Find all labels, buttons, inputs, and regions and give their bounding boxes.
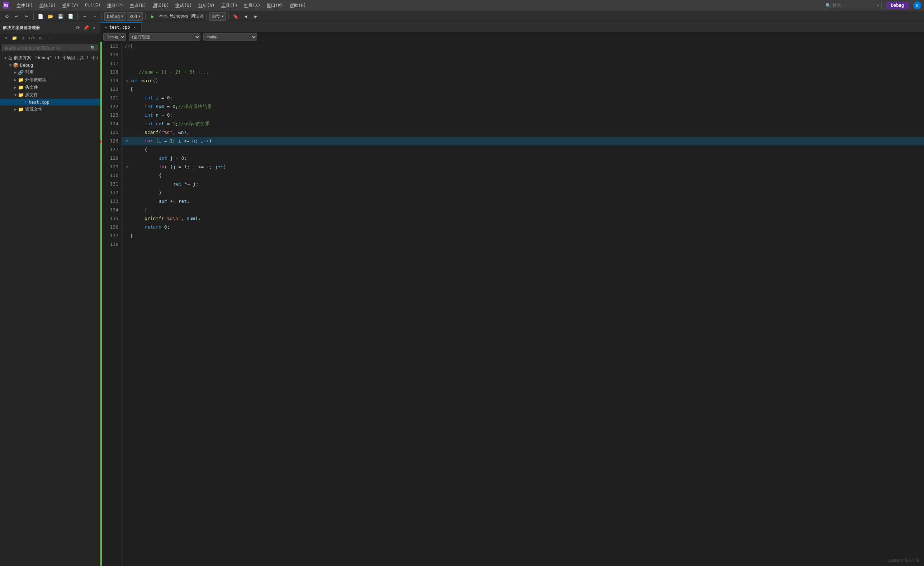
sidebar: 解决方案资源管理器 ⟳ 📌 ✕ ⊕ 📁 ↺ </> ⚙ ⋯ 🔍 ▼ 🗂 [0,22,100,566]
resource-files-label: 资源文件 [25,106,42,112]
vs-logo: VS [3,2,9,9]
tree-resource-files[interactable]: ▶ 📁 资源文件 [0,105,100,113]
menu-analyze[interactable]: 分析(N) [195,2,218,10]
sync-icon[interactable]: ⟳ [75,24,81,31]
code-126-for: for [144,137,153,145]
sidebar-search-box[interactable]: 🔍 [2,45,98,51]
tree-header-files[interactable]: ▶ 📁 头文件 [0,84,100,91]
menu-extensions[interactable]: 扩展(X) [241,2,264,10]
menu-view[interactable]: 视图(V) [59,2,81,10]
platform-dropdown[interactable]: x64 ▼ [127,12,143,21]
menu-help[interactable]: 帮助(H) [287,2,309,10]
fold-129-icon[interactable]: ⊟ [124,164,129,169]
settings-btn[interactable]: ⚙ [37,35,44,42]
code-135-sum: sum [186,214,195,223]
line-num-138: 138 [105,240,118,249]
code-line-117 [122,59,924,68]
line-num-120: 120 [105,85,118,94]
code-123-n: n [156,111,159,119]
prev-btn[interactable]: ◀ [241,12,250,21]
refresh-btn[interactable]: ↺ [20,35,27,42]
fold-126-icon[interactable]: ⊟ [124,138,129,143]
code-133-sum: sum [159,197,167,206]
resource-files-icon: 📁 [18,107,24,112]
tree-project[interactable]: ▼ 📦 Debug [0,62,100,69]
pin-icon[interactable]: 📌 [83,24,89,31]
menu-tools[interactable]: 工具(T) [218,2,241,10]
close-icon[interactable]: ✕ [91,24,97,31]
search-input[interactable] [832,3,876,8]
code-line-121: int i = 0 ; [122,94,924,102]
search-icon: 🔍 [825,3,831,8]
bookmark-btn[interactable]: 🔖 [231,12,240,21]
code-134-brace: } [144,206,147,214]
auto-dropdown[interactable]: 自动 ▼ [209,12,226,21]
menu-git[interactable]: Git(G) [82,2,103,10]
open-btn[interactable]: 📂 [46,12,55,21]
line-num-129: 129 [105,163,118,171]
line-numbers: 115 116 117 118 119 120 121 122 123 124 … [102,42,122,566]
line-num-130: 130 [105,171,118,180]
tab-bar: + test.cpp ✕ [100,22,924,32]
save-all-btn[interactable]: 📑 [66,12,75,21]
tab-close-btn[interactable]: ✕ [132,25,137,30]
redo2-btn[interactable]: ↷ [90,12,99,21]
code-124-ret: ret [156,119,164,128]
avatar[interactable]: U [913,2,921,9]
sidebar-search-input[interactable] [4,46,90,50]
tree-source-files[interactable]: ▼ 📁 源文件 [0,91,100,99]
line-num-132: 132 [105,188,118,197]
resource-files-arrow-icon: ▶ [13,107,18,111]
tree-external-deps[interactable]: ▶ 📁 外部依赖项 [0,76,100,84]
redo-btn[interactable]: ↪ [22,12,31,21]
new-file-btn[interactable]: 📄 [36,12,45,21]
run-button[interactable]: ▶ [148,12,157,21]
code-editor[interactable]: 115 116 117 118 119 120 121 122 123 124 … [100,42,924,566]
tree-references[interactable]: ▶ 🔗 引用 [0,69,100,76]
code-line-130: { [122,171,924,180]
add-file-btn[interactable]: ⊕ [2,35,9,42]
menu-window[interactable]: 窗口(W) [264,2,286,10]
external-deps-arrow-icon: ▶ [13,78,18,82]
breadcrumb-scope[interactable]: Debug [103,33,126,41]
sidebar-title: 解决方案资源管理器 [3,25,40,30]
code-119-int: int [130,77,138,85]
back-btn[interactable]: ⟲ [2,12,11,21]
solution-arrow-icon: ▼ [3,56,8,60]
code-128-j: j [170,154,173,163]
line-num-127: 127 [105,145,118,154]
code-content: //} //sum = 1! + 2! + 3! +... ⊟ int main [122,42,924,566]
breadcrumb-bar: Debug (全局范围) main() [100,32,924,42]
config-dropdown[interactable]: Debug ▼ [104,12,126,21]
next-btn[interactable]: ▶ [251,12,260,21]
code-122-sum: sum [156,102,164,111]
breadcrumb-function[interactable]: main() [203,33,257,41]
code-119-main: main [141,77,152,85]
code-135-str: "%d\n" [164,214,181,223]
undo-btn[interactable]: ↩ [12,12,21,21]
fold-119-icon[interactable]: ⊟ [124,78,129,83]
menu-file[interactable]: 文件(F) [14,2,36,10]
tab-test-cpp[interactable]: + test.cpp ✕ [100,22,142,32]
code-122-int: int [144,102,153,111]
code-121-i: i [156,94,159,102]
watermark: CSDN@大耳朵土豆 [888,558,920,563]
line-num-136: 136 [105,223,118,232]
menu-project[interactable]: 项目(P) [104,2,126,10]
more-btn[interactable]: ⋯ [45,35,52,42]
tree-test-cpp[interactable]: + test.cpp [0,99,100,105]
line-num-116: 116 [105,51,118,59]
menu-edit[interactable]: 编辑(E) [37,2,59,10]
global-search[interactable]: 🔍 ▼ [823,2,881,9]
menu-build[interactable]: 生成(B) [127,2,149,10]
code-line-136: return 0 ; [122,223,924,232]
undo2-btn[interactable]: ↶ [80,12,89,21]
code-view-btn[interactable]: </> [28,35,35,42]
folder-btn[interactable]: 📁 [11,35,18,42]
tree-solution[interactable]: ▼ 🗂 解决方案 'Debug' (1 个项目，共 1 个) [0,54,100,62]
code-125-n: n [181,128,184,137]
breadcrumb-namespace[interactable]: (全局范围) [129,33,200,41]
save-btn[interactable]: 💾 [56,12,65,21]
menu-debug[interactable]: 调试(D) [150,2,172,10]
menu-test[interactable]: 测试(S) [172,2,195,10]
